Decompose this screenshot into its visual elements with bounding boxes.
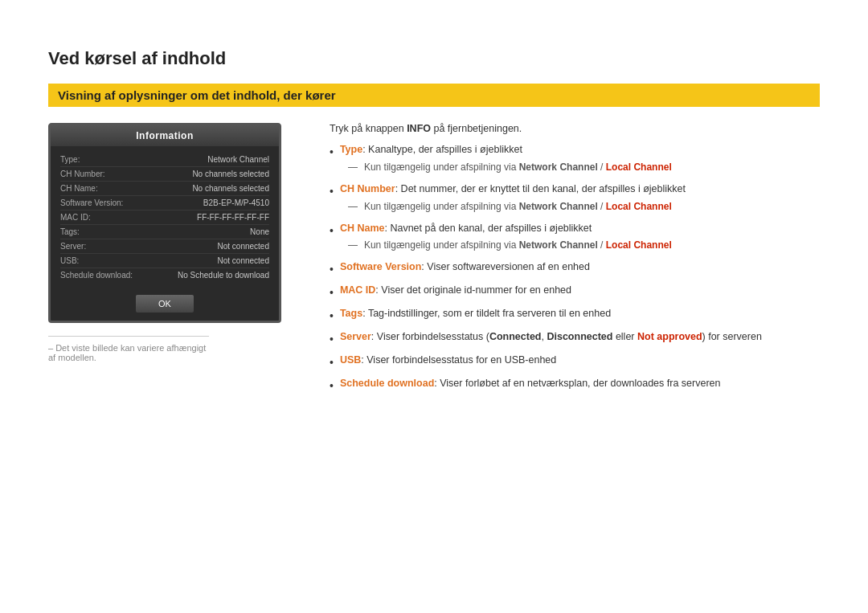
bullet-content: Server: Viser forbindelsesstatus (Connec… — [340, 329, 820, 345]
bullet-content: USB: Viser forbindelsesstatus for en USB… — [340, 353, 820, 368]
sub-text: Kun tilgængelig under afspilning via Net… — [364, 238, 672, 252]
row-label: CH Number: — [60, 170, 154, 178]
row-value: B2B-EP-M/P-4510 — [154, 198, 269, 207]
bullet-dot: • — [330, 223, 334, 239]
label-ch-number: CH Number — [340, 183, 395, 194]
bullet-dot: • — [330, 378, 334, 394]
row-label: Server: — [60, 242, 154, 251]
list-item: • MAC ID: Viser det originale id-nummer … — [330, 283, 820, 301]
bullet-content: MAC ID: Viser det originale id-nummer fo… — [340, 283, 820, 298]
text-sw-version: : Viser softwareversionen af en enhed — [421, 261, 590, 272]
tv-screen: Information Type: Network Channel CH Num… — [48, 123, 281, 323]
footer-note: – Det viste billede kan variere afhængig… — [48, 336, 209, 362]
table-row: Software Version: B2B-EP-M/P-4510 — [60, 196, 269, 210]
bullet-dot: • — [330, 331, 334, 348]
list-item: • CH Number: Det nummer, der er knyttet … — [330, 182, 820, 216]
row-label: Type: — [60, 155, 154, 164]
row-label: Tags: — [60, 227, 154, 236]
ok-button[interactable]: OK — [136, 295, 194, 313]
bullet-dot: • — [330, 308, 334, 325]
label-usb: USB — [340, 354, 361, 366]
left-panel: Information Type: Network Channel CH Num… — [48, 123, 297, 581]
list-item: • Server: Viser forbindelsesstatus (Conn… — [330, 329, 820, 348]
row-value: Not connected — [154, 256, 269, 265]
list-item: • Tags: Tag-indstillinger, som er tildel… — [330, 306, 820, 325]
text-ch-number: : Det nummer, der er knyttet til den kan… — [395, 183, 686, 194]
sub-dash: ― — [348, 238, 358, 252]
list-item: • USB: Viser forbindelsesstatus for en U… — [330, 353, 820, 371]
label-type: Type — [340, 144, 362, 155]
table-row: USB: Not connected — [60, 254, 269, 268]
table-row: Server: Not connected — [60, 239, 269, 254]
table-row: Schedule download: No Schedule to downlo… — [60, 268, 269, 282]
row-value: Not connected — [154, 242, 269, 251]
sub-item: ― Kun tilgængelig under afspilning via N… — [340, 238, 820, 252]
page-title: Ved kørsel af indhold — [48, 48, 820, 69]
bullet-dot: • — [330, 144, 334, 161]
bullet-list: • Type: Kanaltype, der afspilles i øjebl… — [330, 142, 820, 394]
label-ch-name: CH Name — [340, 223, 385, 234]
text-schedule: : Viser forløbet af en netværksplan, der… — [434, 378, 720, 389]
bullet-content: Software Version: Viser softwareversione… — [340, 260, 820, 275]
bullet-content: CH Number: Det nummer, der er knyttet ti… — [340, 182, 820, 216]
row-value: Network Channel — [154, 155, 269, 164]
right-panel: Tryk på knappen INFO på fjernbetjeningen… — [330, 123, 820, 581]
label-schedule: Schedule download — [340, 378, 434, 389]
row-label: CH Name: — [60, 184, 154, 193]
bullet-content: CH Name: Navnet på den kanal, der afspil… — [340, 221, 820, 255]
bullet-dot: • — [330, 354, 334, 371]
table-row: CH Number: No channels selected — [60, 167, 269, 182]
row-label: Software Version: — [60, 198, 154, 207]
row-value: No Schedule to download — [154, 271, 269, 280]
text-usb: : Viser forbindelsesstatus for en USB-en… — [361, 354, 556, 366]
list-item: • Schedule download: Viser forløbet af e… — [330, 376, 820, 394]
bullet-content: Type: Kanaltype, der afspilles i øjeblik… — [340, 142, 820, 177]
label-server: Server — [340, 331, 371, 342]
label-sw-version: Software Version — [340, 261, 421, 272]
tv-info-bar: Information — [51, 125, 279, 146]
text-type: : Kanaltype, der afspilles i øjeblikket — [362, 144, 522, 155]
sub-dash: ― — [348, 160, 358, 174]
text-server: : Viser forbindelsesstatus (Connected, D… — [371, 331, 762, 342]
row-value: FF-FF-FF-FF-FF-FF — [154, 213, 269, 222]
bullet-dot: • — [330, 261, 334, 278]
label-tags: Tags — [340, 308, 362, 319]
list-item: • Software Version: Viser softwareversio… — [330, 260, 820, 278]
row-label: Schedule download: — [60, 271, 154, 280]
sub-text: Kun tilgængelig under afspilning via Net… — [364, 160, 672, 174]
sub-item: ― Kun tilgængelig under afspilning via N… — [340, 160, 820, 174]
sub-dash: ― — [348, 199, 358, 214]
page-container: Ved kørsel af indhold Visning af oplysni… — [0, 0, 868, 613]
sub-text: Kun tilgængelig under afspilning via Net… — [364, 199, 672, 214]
table-row: MAC ID: FF-FF-FF-FF-FF-FF — [60, 210, 269, 225]
row-value: No channels selected — [154, 184, 269, 193]
row-label: MAC ID: — [60, 213, 154, 222]
list-item: • CH Name: Navnet på den kanal, der afsp… — [330, 221, 820, 255]
table-row: Type: Network Channel — [60, 153, 269, 167]
table-row: Tags: None — [60, 225, 269, 239]
label-mac-id: MAC ID — [340, 284, 375, 296]
list-item: • Type: Kanaltype, der afspilles i øjebl… — [330, 142, 820, 177]
row-value: No channels selected — [154, 170, 269, 178]
bullet-content: Schedule download: Viser forløbet af en … — [340, 376, 820, 391]
section-heading: Visning af oplysninger om det indhold, d… — [48, 84, 820, 107]
row-value: None — [154, 227, 269, 236]
text-ch-name: : Navnet på den kanal, der afspilles i ø… — [384, 223, 592, 234]
tv-table: Type: Network Channel CH Number: No chan… — [51, 146, 279, 288]
text-mac-id: : Viser det originale id-nummer for en e… — [375, 284, 571, 296]
bullet-dot: • — [330, 183, 334, 200]
sub-item: ― Kun tilgængelig under afspilning via N… — [340, 199, 820, 214]
bullet-content: Tags: Tag-indstillinger, som er tildelt … — [340, 306, 820, 321]
content-area: Information Type: Network Channel CH Num… — [48, 123, 820, 581]
text-tags: : Tag-indstillinger, som er tildelt fra … — [362, 308, 611, 319]
bullet-dot: • — [330, 284, 334, 301]
row-label: USB: — [60, 256, 154, 265]
table-row: CH Name: No channels selected — [60, 182, 269, 196]
intro-text: Tryk på knappen INFO på fjernbetjeningen… — [330, 123, 820, 134]
